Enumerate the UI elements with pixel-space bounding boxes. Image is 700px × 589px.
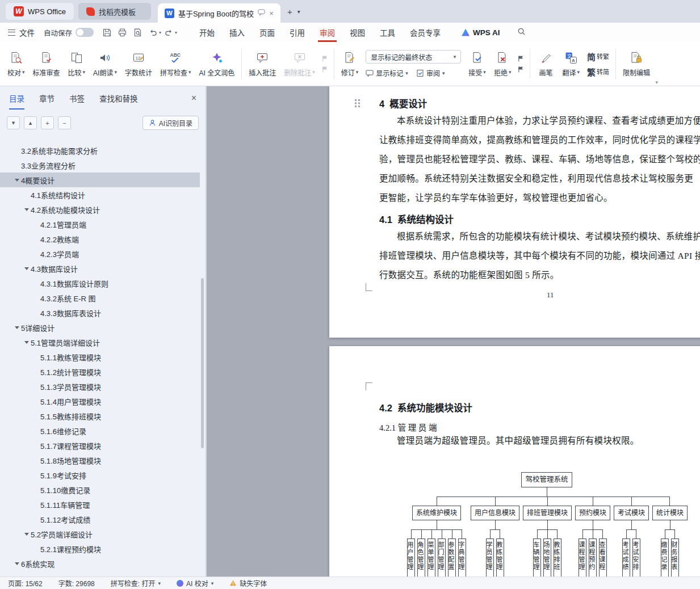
expand-down-button[interactable]: ▾ (7, 116, 20, 129)
search-button[interactable] (517, 27, 526, 38)
text-line[interactable]: 更加顺畅。系统还特别关注数据安全和稳定性，利用现代信息技术让驾校服务更 (379, 169, 700, 188)
text-line[interactable]: 根据系统需求，所包含的功能模块有统计模块、考试模块预约模块、系统维护 (379, 227, 700, 246)
show-markup-button[interactable]: 显示标记 ▾ (366, 68, 408, 78)
track-changes-button[interactable]: 修订▾ (337, 49, 363, 79)
docer-template-tab[interactable]: 找稻壳模板 (78, 3, 151, 20)
ai-read-button[interactable]: AI朗读▾ (89, 49, 121, 79)
toc-item[interactable]: 4.2系统功能模块设计 (0, 202, 200, 217)
toc-item[interactable]: 5.1.3学员管理模块 (0, 379, 200, 394)
undo-button[interactable] (145, 26, 161, 39)
heading-4-2[interactable]: 4.2 系统功能模块设计 (379, 401, 472, 414)
markup-state-dropdown[interactable]: 显示标记的最终状态 ▾ (366, 50, 461, 64)
text-line[interactable]: 让教练排班变得简单高效，提高教练和管理员的工作效率，同时优化学员的课程学 (379, 131, 700, 150)
menu-tab[interactable]: 会员专享 (403, 23, 448, 42)
toc-item[interactable]: 4.2.3学员端 (0, 246, 200, 261)
page-2[interactable]: 4.2 系统功能模块设计 4.2.1 管 理 员 端 管理员端为超级管理员。其中… (329, 346, 700, 577)
text-line[interactable]: 更智能，让学员约车学车体验更好，驾校管理也更加省心。 (379, 188, 700, 208)
sidebar-tab[interactable]: 书签 (69, 92, 85, 104)
toc-item[interactable]: 5.1.2统计管理模块 (0, 364, 200, 379)
accept-button[interactable]: 接受▾ (464, 49, 490, 79)
word-count-button[interactable]: 12 字数统计 (121, 49, 156, 79)
toc-caret-icon[interactable] (33, 482, 40, 497)
toc-item[interactable]: 5.1.4用户管理模块 (0, 394, 200, 409)
spellcheck-indicator[interactable]: 拼写检查: 打开 ▾ (111, 578, 161, 588)
file-menu-button[interactable]: 文件 (0, 23, 43, 42)
diagram-module-node[interactable]: 统计模块 (652, 506, 688, 520)
toc-caret-icon[interactable] (33, 350, 40, 364)
toc-item[interactable]: 4概要设计 (0, 173, 200, 187)
delete-comment-button[interactable]: 删除批注▾ (280, 49, 319, 79)
collapse-ribbon-chevron-icon[interactable]: ▾ (655, 79, 658, 85)
function-framework-diagram[interactable]: 驾校管理系统 系统维护模块 用户管理角色管理菜单管理部门管理参数配置字典管理 用… (396, 472, 697, 577)
diagram-leaf-node[interactable]: 财务报表 (671, 538, 679, 577)
heading-4[interactable]: 4 概要设计 (379, 96, 427, 110)
text-line[interactable]: 管理员端为超级管理员。其中超级管理员拥有所有模块权限。 (379, 431, 700, 451)
menu-tab[interactable]: 视图 (342, 23, 372, 42)
diagram-leaf-node[interactable]: 考试成绩 (622, 538, 630, 577)
toc-caret-icon[interactable] (14, 556, 21, 571)
toc-caret-icon[interactable] (33, 541, 40, 556)
toc-item[interactable]: 4.3数据库设计 (0, 261, 200, 276)
diagram-leaf-node[interactable]: 用户管理 (407, 538, 415, 577)
toc-caret-icon[interactable] (33, 217, 40, 232)
menu-tab[interactable]: 插入 (222, 23, 252, 42)
toc-caret-icon[interactable] (23, 202, 31, 217)
toc-caret-icon[interactable] (33, 512, 40, 527)
collapse-up-button[interactable]: ▴ (24, 116, 37, 129)
next-comment-button[interactable] (321, 66, 329, 73)
ai-polish-button[interactable]: AI 全文润色 (195, 49, 239, 79)
toc-item[interactable]: 5.1.7课程管理模块 (0, 438, 200, 453)
text-line[interactable]: 排班管理模块、用户信息模块等，其中每个模块有不同的功能，模块间通过 API 接 (379, 246, 700, 266)
diagram-leaf-node[interactable]: 课程管理 (579, 538, 586, 577)
spell-check-button[interactable]: ABC 拼写检查▾ (156, 49, 195, 79)
collapse-all-button[interactable]: − (58, 116, 71, 129)
toc-item[interactable]: 4.2.1管理员端 (0, 217, 200, 232)
toc-item[interactable]: 4.3.3数据库表设计 (0, 305, 200, 320)
review-pane-button[interactable]: 审阅 ▾ (416, 68, 445, 78)
reject-button[interactable]: 拒绝▾ (490, 49, 515, 79)
standard-review-button[interactable]: 标准审查 (29, 49, 64, 79)
diagram-leaf-node[interactable]: 教练排班 (554, 538, 561, 577)
toc-item[interactable]: 5详细设计 (0, 320, 200, 335)
next-revision-button[interactable] (517, 66, 525, 73)
menu-tab[interactable]: 页面 (252, 23, 282, 42)
diagram-leaf-node[interactable]: 菜单管理 (427, 538, 435, 577)
toc-caret-icon[interactable] (33, 453, 40, 468)
toc-item[interactable]: 5.1.8场地管理模块 (0, 453, 200, 468)
menu-tab[interactable]: 工具 (372, 23, 403, 42)
page-1[interactable]: 4 概要设计 本系统设计特别注重用户体验，力求让学员预约课程、查看考试成绩更加方… (329, 86, 700, 338)
missing-font-warning[interactable]: 缺失字体 (229, 578, 267, 588)
toc-caret-icon[interactable] (33, 497, 40, 512)
toc-caret-icon[interactable] (33, 364, 40, 379)
toc-caret-icon[interactable] (33, 468, 40, 482)
diagram-leaf-node[interactable]: 教练管理 (496, 538, 504, 577)
toc-caret-icon[interactable] (33, 423, 40, 438)
diagram-module-node[interactable]: 用户信息模块 (471, 506, 519, 520)
toc-caret-icon[interactable] (23, 187, 31, 202)
traditional-to-simplified-button[interactable]: 繁 转简 (587, 66, 609, 78)
toc-item[interactable]: 3.2系统非功能需求分析 (0, 143, 200, 158)
diagram-leaf-node[interactable]: 部门管理 (438, 538, 446, 577)
toc-caret-icon[interactable] (14, 143, 21, 158)
toc-item[interactable]: 4.1系统结构设计 (0, 187, 200, 202)
previous-comment-button[interactable] (321, 55, 329, 62)
diagram-module-node[interactable]: 系统维护模块 (412, 506, 461, 520)
toc-caret-icon[interactable] (14, 173, 21, 187)
toc-caret-icon[interactable] (33, 438, 40, 453)
toc-item[interactable]: 4.2.2教练端 (0, 232, 200, 246)
toc-caret-icon[interactable] (33, 276, 40, 291)
diagram-leaf-node[interactable]: 考试安排 (632, 538, 640, 577)
word-count-indicator[interactable]: 字数: 29698 (58, 578, 95, 588)
insert-comment-button[interactable]: 插入批注 (245, 49, 280, 79)
toc-item[interactable]: 3.3业务流程分析 (0, 158, 200, 173)
brush-button[interactable]: 画笔 (533, 49, 558, 79)
diagram-leaf-node[interactable]: 角色管理 (417, 538, 425, 577)
diagram-module-node[interactable]: 考试模块 (614, 506, 649, 520)
sidebar-tab[interactable]: 章节 (39, 92, 55, 104)
ai-proofread-indicator[interactable]: AI 校对 ▾ (177, 578, 213, 588)
redo-button[interactable] (161, 26, 177, 39)
toc-item[interactable]: 5.1.10缴费记录 (0, 482, 200, 497)
toc-caret-icon[interactable] (23, 335, 31, 350)
diagram-root-node[interactable]: 驾校管理系统 (521, 472, 572, 487)
heading-4-1[interactable]: 4.1 系统结构设计 (379, 212, 454, 226)
